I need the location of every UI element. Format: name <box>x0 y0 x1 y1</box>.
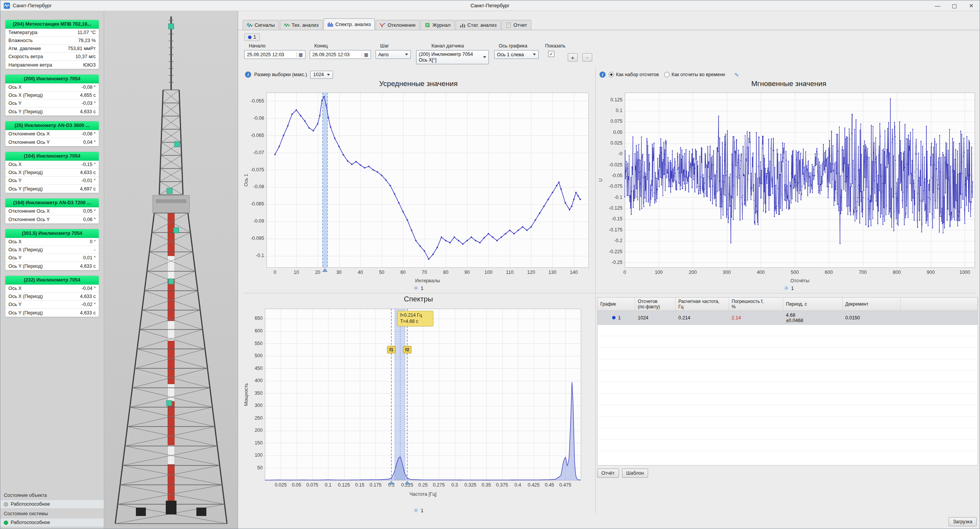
sensor-label: Ось X (Период) <box>8 247 43 252</box>
radio-label: Как отсчеты во времени <box>671 72 725 77</box>
table-row[interactable] <box>598 336 978 348</box>
time-series-toggle-icon[interactable]: ∿ <box>734 71 739 78</box>
table-row[interactable] <box>598 382 978 394</box>
radio-icon <box>609 72 614 77</box>
series-chip[interactable]: 1 <box>244 33 260 41</box>
table-row[interactable] <box>598 405 978 417</box>
sensor-panel-header[interactable]: (164) Инклинометр AN-D3 7200 ... <box>5 199 99 207</box>
sensor-row: Атм. давление753,81 ммРт <box>5 45 99 53</box>
averaged-chart-legend[interactable]: ✳ 1 <box>243 285 594 291</box>
sensor-panel-header[interactable]: (200) Инклинометр 7054 <box>5 75 99 83</box>
table-row[interactable] <box>598 371 978 382</box>
averaged-chart-panel: i Размер выборки (макс.) 1024 Усредненны… <box>243 69 594 295</box>
sensor-value: 4,633 с <box>80 264 96 269</box>
sensor-value: 0,04 ° <box>83 140 96 145</box>
start-datetime-input[interactable]: 25.09.2025 12:03 ▦ <box>244 50 305 59</box>
spectra-chart-canvas[interactable] <box>243 306 594 499</box>
table-header-cell[interactable] <box>901 298 978 311</box>
legend-label: 1 <box>791 285 794 291</box>
table-row[interactable] <box>598 394 978 405</box>
table-cell-samples: 1024 <box>635 311 676 324</box>
close-button[interactable]: ✕ <box>963 0 980 11</box>
tab-deviation[interactable]: Отклонение <box>376 20 420 30</box>
tab-tech-analysis[interactable]: Тех. анализ <box>280 20 323 30</box>
table-row[interactable] <box>598 348 978 359</box>
graph-axis-label: Ось графика <box>499 43 539 49</box>
series-chip-label: 1 <box>253 34 256 40</box>
step-value: Авто <box>378 52 389 57</box>
main-area: СигналыТех. анализСпектр. анализОтклонен… <box>238 11 980 529</box>
sensor-panel: (301.5) Инклинометр 7054Ось X0 °Ось X (П… <box>5 229 99 270</box>
instant-chart-canvas[interactable] <box>597 89 980 285</box>
sensor-row: Ось X-0,08 ° <box>5 83 99 91</box>
table-header-cell[interactable]: Декремент <box>843 298 901 311</box>
view-mode-radio[interactable]: Как набор отсчетов <box>609 72 659 77</box>
averaged-chart-canvas[interactable] <box>243 89 594 285</box>
instant-chart-legend[interactable]: ✳ 1 <box>597 285 980 291</box>
maximize-button[interactable]: ▢ <box>946 0 963 11</box>
table-row[interactable] <box>598 359 978 371</box>
channel-label: Канал датчика <box>431 43 489 49</box>
sensor-panel-header[interactable]: (104) Инклинометр 7054 <box>5 152 99 161</box>
sensor-panel-header[interactable]: (25) Инклинометр AN-D3 3600 ... <box>5 121 99 130</box>
end-datetime-input[interactable]: 26.09.2025 12:03 ▦ <box>310 50 371 59</box>
sensor-label: Ось Y <box>8 302 21 307</box>
titlebar: Санкт-Петербург Санкт-Петербург — ▢ ✕ <box>0 0 980 11</box>
table-header-cell[interactable]: Отсчетов(по факту) <box>635 298 676 311</box>
table-row[interactable] <box>598 417 978 428</box>
table-header-cell[interactable]: Период, с <box>783 298 843 311</box>
sensor-label: Ось X <box>8 85 21 90</box>
table-row[interactable] <box>598 428 978 439</box>
sensor-label: Отклонение Ось Y <box>8 217 50 222</box>
table-row[interactable] <box>598 325 978 336</box>
instant-chart-panel: i Как набор отсчетовКак отсчеты во време… <box>597 69 980 295</box>
chevron-down-icon <box>483 56 486 58</box>
tab-stat-analysis[interactable]: Стат. анализ <box>456 20 501 30</box>
table-header-cell[interactable]: Расчетная частота,Гц <box>676 298 729 311</box>
sensor-panel: (104) Инклинометр 7054Ось X-0,15 °Ось X … <box>5 151 99 193</box>
minimize-button[interactable]: — <box>929 0 946 11</box>
tab-signals[interactable]: Сигналы <box>243 20 279 30</box>
load-button[interactable]: Загрузка <box>949 517 977 526</box>
sensor-row: Ось X (Период)4,633 с <box>5 293 99 301</box>
table-header-cell[interactable]: График <box>598 298 635 311</box>
add-series-button[interactable]: + <box>568 53 578 62</box>
sensor-channel-select[interactable]: (200) Инклинометр 7054 Ось X[°] <box>416 50 489 64</box>
spectra-chart-title: Спектры <box>243 295 594 303</box>
chevron-down-icon <box>405 54 408 55</box>
remove-series-button[interactable]: − <box>582 53 592 62</box>
table-row[interactable]: 110240.2142.144.68±0.04680.0150 <box>598 311 978 325</box>
tab-label: Журнал <box>432 22 450 28</box>
sensor-value: -0,08 ° <box>82 85 96 90</box>
tab-report[interactable]: Отчет <box>501 20 531 30</box>
graph-axis-select[interactable]: Ось 1 слева <box>494 50 539 59</box>
tab-spectrum-analysis[interactable]: Спектр. анализ <box>323 18 375 30</box>
table-cell-error: 2.14 <box>729 311 783 324</box>
report-button[interactable]: Отчёт <box>597 469 619 478</box>
sensor-row: Ось Y (Период)4,633 с <box>5 262 99 270</box>
status-block: Состояние объекта Работоспособное Состоя… <box>0 490 104 529</box>
table-row[interactable] <box>598 439 978 451</box>
calendar-icon[interactable]: ▦ <box>296 52 303 57</box>
start-datetime-value: 25.09.2025 12:03 <box>247 52 284 57</box>
sensor-panel-header[interactable]: (204) Метеостанция МПВ 702,18... <box>5 20 99 29</box>
sensor-row: Скорость ветра10,37 м/с <box>5 53 99 61</box>
tab-journal[interactable]: Журнал <box>420 20 454 30</box>
snowflake-icon: ✳ <box>413 286 418 291</box>
sensor-row: Температура11,07 °C <box>5 29 99 37</box>
system-status-value: Работоспособное <box>11 520 50 525</box>
view-mode-radio[interactable]: Как отсчеты во времени <box>664 72 725 77</box>
template-button[interactable]: Шаблон <box>622 469 648 478</box>
sample-size-select[interactable]: 1024 <box>310 71 333 79</box>
table-header-cell[interactable]: Погрешность f,% <box>729 298 783 311</box>
legend-label: 1 <box>421 285 423 291</box>
calendar-icon[interactable]: ▦ <box>362 52 368 57</box>
step-select[interactable]: Авто <box>376 50 411 59</box>
sensor-row: Ось Y (Период)4,633 с <box>5 309 99 317</box>
show-label: Показать <box>545 43 572 49</box>
report-icon <box>506 23 511 28</box>
sensor-panel-header[interactable]: (301.5) Инклинометр 7054 <box>5 229 99 238</box>
sensor-panel-header[interactable]: (232) Инклинометр 7054 <box>5 276 99 285</box>
spectra-chart-legend[interactable]: ✳ 1 <box>243 508 594 513</box>
show-checkbox[interactable]: ✓ <box>548 51 554 57</box>
